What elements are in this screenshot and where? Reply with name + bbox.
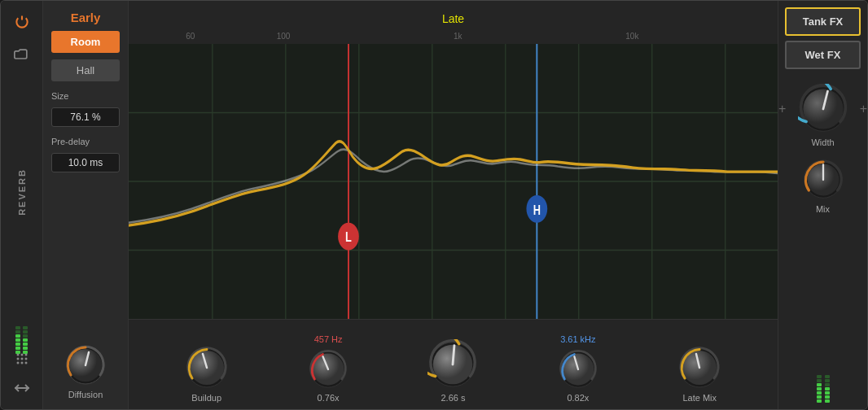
late-header-area: Late 60 100 1k 10k <box>129 1 778 44</box>
eq-svg: L H <box>129 44 778 319</box>
sidebar-bottom <box>11 318 33 399</box>
width-container: + <box>785 84 861 147</box>
right-sidebar: Tank FX Wet FX + <box>778 1 867 409</box>
power-button[interactable] <box>11 11 33 33</box>
knob-266-label: 2.66 s <box>441 393 465 403</box>
buildup-container: Buildup <box>185 329 229 403</box>
diffusion-label: Diffusion <box>68 390 103 399</box>
plugin-container: REVERB <box>0 0 868 410</box>
knobs-row: Buildup 457 Hz <box>129 320 778 409</box>
buildup-label: Buildup <box>191 393 221 403</box>
diffusion-knob[interactable] <box>64 344 107 386</box>
freq-100: 100 <box>277 32 291 41</box>
knob-082-label: 0.82x <box>567 393 589 403</box>
mix-knob[interactable] <box>802 159 844 201</box>
knob-076-container: 457 Hz <box>308 334 349 403</box>
svg-point-8 <box>24 362 27 364</box>
arrow-icon[interactable] <box>11 377 33 399</box>
freq-red-label: 457 Hz <box>314 334 343 344</box>
svg-point-5 <box>24 358 27 360</box>
svg-point-3 <box>16 358 19 360</box>
diffusion-container: Diffusion <box>51 344 120 399</box>
svg-line-37 <box>453 346 454 364</box>
freq-axis: 60 100 1k 10k <box>129 28 778 44</box>
early-section: Early Room Hall Size 76.1 % Pre-delay 10… <box>43 1 129 409</box>
left-sidebar: REVERB <box>1 1 43 409</box>
svg-point-6 <box>16 362 19 364</box>
wet-fx-button[interactable]: Wet FX <box>785 41 861 69</box>
size-value[interactable]: 76.1 % <box>51 107 120 127</box>
hall-button[interactable]: Hall <box>51 59 120 81</box>
dots-grid-icon[interactable] <box>11 347 33 370</box>
buildup-knob[interactable] <box>185 346 229 390</box>
room-button[interactable]: Room <box>51 31 120 53</box>
knob-082-container: 3.61 kHz <box>558 334 598 403</box>
late-mix-label: Late Mix <box>682 393 717 403</box>
freq-10k: 10k <box>625 32 638 41</box>
freq-1k: 1k <box>454 32 462 41</box>
late-title: Late <box>129 6 778 28</box>
knob-076[interactable] <box>308 349 349 390</box>
plus-left-icon[interactable]: + <box>778 102 786 116</box>
svg-text:L: L <box>345 229 352 245</box>
predelay-value[interactable]: 10.0 ms <box>51 153 120 172</box>
size-label: Size <box>51 91 120 101</box>
svg-point-4 <box>20 358 23 360</box>
vu-meter-left <box>11 318 33 341</box>
late-mix-container: Late Mix <box>677 329 721 403</box>
freq-60: 60 <box>186 32 195 41</box>
knob-266[interactable] <box>427 339 478 390</box>
eq-display: L H <box>129 44 778 320</box>
svg-point-1 <box>20 354 23 356</box>
width-label: Width <box>811 137 834 147</box>
mix-label: Mix <box>816 204 830 214</box>
plus-right-icon[interactable]: + <box>860 102 867 116</box>
late-mix-knob[interactable] <box>677 346 721 390</box>
mix-container: Mix <box>785 159 861 214</box>
early-title: Early <box>51 11 120 24</box>
knob-076-label: 0.76x <box>318 393 340 403</box>
freq-blue-label: 3.61 kHz <box>560 334 595 344</box>
predelay-label: Pre-delay <box>51 137 120 146</box>
reverb-label: REVERB <box>17 168 27 216</box>
knob-266-container: 2.66 s <box>427 323 478 403</box>
knob-082[interactable] <box>558 349 598 390</box>
tank-fx-button[interactable]: Tank FX <box>785 7 861 36</box>
svg-point-7 <box>20 362 23 364</box>
svg-point-2 <box>24 354 27 356</box>
folder-icon[interactable] <box>11 43 33 66</box>
main-display: Late 60 100 1k 10k <box>129 1 778 409</box>
svg-point-0 <box>16 354 19 356</box>
right-vu-meters <box>785 354 861 403</box>
svg-text:H: H <box>533 202 541 217</box>
width-knob[interactable] <box>798 84 848 134</box>
